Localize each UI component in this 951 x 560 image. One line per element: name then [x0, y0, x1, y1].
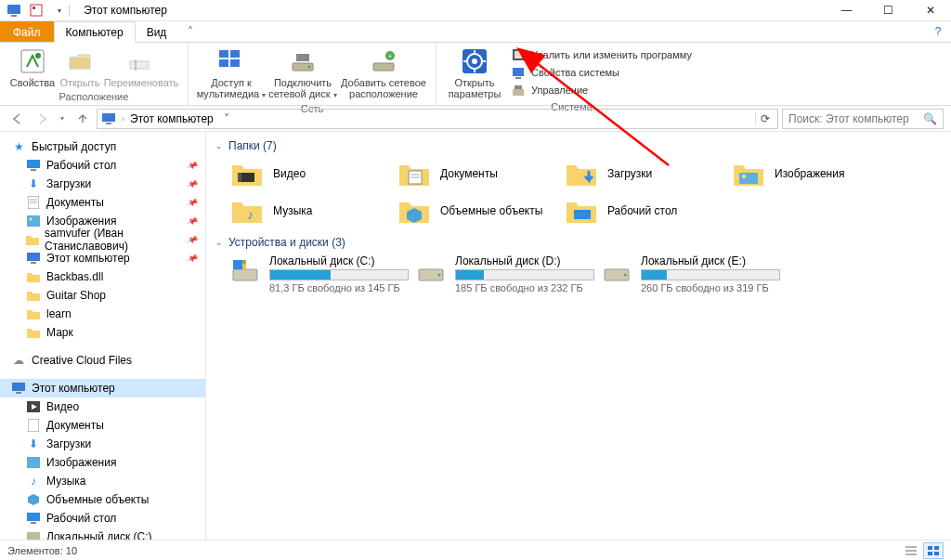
tab-view[interactable]: Вид: [136, 21, 178, 42]
properties-button[interactable]: Свойства: [7, 45, 58, 88]
view-details-button[interactable]: [901, 542, 921, 559]
this-pc-icon: [11, 381, 26, 396]
help-icon[interactable]: ?: [925, 21, 951, 42]
svg-rect-40: [27, 253, 40, 261]
folder-downloads[interactable]: Загрузки: [565, 158, 732, 189]
status-elements-count: Элементов: 10: [7, 545, 77, 556]
sidebar-music[interactable]: ♪Музыка: [0, 472, 205, 490]
drives-section-header[interactable]: ⌄ Устройства и диски (3): [215, 236, 942, 249]
ribbon-group-system: Открыть параметры Удалить или изменить п…: [436, 43, 707, 105]
ribbon-group-network: Доступ к мультимедиа ▾ Подключить сетево…: [189, 43, 436, 105]
folder-documents[interactable]: Документы: [397, 158, 565, 189]
sidebar-guitar[interactable]: Guitar Shop: [0, 286, 205, 305]
sidebar-learn[interactable]: learn: [0, 305, 205, 323]
svg-rect-32: [106, 123, 111, 124]
sidebar-desktop[interactable]: Рабочий стол📌: [0, 156, 205, 175]
sidebar-ccf[interactable]: ☁Creative Cloud Files: [0, 351, 205, 370]
desktop-icon: [26, 158, 41, 173]
open-settings-button[interactable]: Открыть параметры: [444, 45, 505, 99]
sidebar-samvufer[interactable]: samvufer (Иван Станиславович)📌: [0, 230, 205, 249]
svg-point-13: [308, 66, 311, 69]
folder-desktop[interactable]: Рабочий стол: [565, 195, 732, 227]
nav-back-button[interactable]: [7, 109, 28, 129]
system-properties-button[interactable]: Свойства системы: [507, 64, 696, 81]
sidebar-mark[interactable]: Марк: [0, 323, 205, 342]
drive-c-fill: [270, 270, 331, 280]
folder-icon: [26, 232, 39, 247]
qat-dropdown-icon[interactable]: ▾: [55, 7, 64, 15]
pin-icon: 📌: [187, 233, 200, 245]
uninstall-programs-button[interactable]: Удалить или изменить программу: [507, 46, 696, 63]
sidebar-disk-c[interactable]: Локальный диск (C:): [0, 527, 205, 540]
sidebar-this-pc-pin[interactable]: Этот компьютер📌: [0, 249, 205, 267]
drive-e[interactable]: Локальный диск (E:) 260 ГБ свободно из 3…: [602, 254, 788, 293]
this-pc-icon: [26, 251, 41, 266]
sidebar-desktop2[interactable]: Рабочий стол: [0, 509, 205, 527]
open-button: Открыть: [58, 45, 102, 88]
svg-rect-42: [12, 383, 25, 391]
address-dropdown-icon[interactable]: ˅: [219, 112, 234, 125]
maximize-button[interactable]: ☐: [867, 0, 909, 21]
svg-rect-26: [515, 51, 522, 59]
folder-music[interactable]: ♪Музыка: [230, 195, 397, 227]
add-network-location-button[interactable]: + Добавить сетевое расположение: [339, 45, 428, 99]
sidebar-this-pc[interactable]: Этот компьютер: [0, 379, 205, 397]
svg-rect-69: [233, 269, 257, 280]
drive-c[interactable]: Локальный диск (C:) 81,3 ГБ свободно из …: [230, 254, 416, 293]
sidebar-downloads2[interactable]: ⬇Загрузки: [0, 435, 205, 453]
folder-objects3d[interactable]: Объемные объекты: [397, 195, 565, 227]
media-access-button[interactable]: Доступ к мультимедиа ▾: [196, 45, 267, 101]
search-icon[interactable]: 🔍: [923, 112, 937, 125]
folders-section-header[interactable]: ⌄ Папки (7): [215, 139, 942, 152]
svg-rect-38: [27, 215, 40, 227]
sidebar-documents2[interactable]: Документы: [0, 416, 205, 435]
drive-d[interactable]: Локальный диск (D:) 185 ГБ свободно из 2…: [416, 254, 602, 293]
qat-properties-icon[interactable]: [26, 0, 46, 20]
svg-rect-15: [373, 63, 394, 71]
sidebar-downloads[interactable]: ⬇Загрузки📌: [0, 175, 205, 193]
svg-rect-80: [928, 546, 932, 550]
downloads-folder-icon: [565, 158, 598, 189]
svg-marker-48: [28, 494, 39, 505]
map-drive-button[interactable]: Подключить сетевой диск ▾: [267, 45, 339, 101]
nav-forward-button[interactable]: [32, 109, 52, 129]
address-bar[interactable]: › Этот компьютер ˅ ⟳: [97, 109, 778, 129]
uninstall-icon: [511, 47, 526, 62]
sidebar-backbas[interactable]: Backbas.dll: [0, 267, 205, 286]
ribbon-tabs: Файл Компьютер Вид ˄ ?: [0, 21, 951, 43]
svg-rect-6: [130, 61, 149, 69]
nav-history-dropdown[interactable]: ▾: [56, 109, 69, 129]
pin-icon: 📌: [187, 215, 200, 227]
manage-button[interactable]: Управление: [507, 82, 696, 98]
svg-rect-51: [27, 532, 40, 540]
close-button[interactable]: ✕: [909, 0, 951, 21]
tab-computer[interactable]: Компьютер: [54, 21, 136, 43]
svg-rect-64: [739, 173, 758, 184]
svg-point-39: [30, 218, 33, 221]
refresh-button[interactable]: ⟳: [755, 112, 774, 125]
pin-icon: 📌: [187, 252, 200, 264]
tab-file[interactable]: Файл: [0, 21, 54, 42]
chevron-right-icon[interactable]: ›: [122, 114, 124, 124]
sidebar-video[interactable]: Видео: [0, 397, 205, 416]
search-input[interactable]: Поиск: Этот компьютер 🔍: [782, 109, 944, 129]
sidebar-objects3d[interactable]: Объемные объекты: [0, 490, 205, 509]
svg-rect-43: [16, 392, 21, 394]
sidebar-documents[interactable]: Документы📌: [0, 193, 205, 212]
nav-up-button[interactable]: [72, 109, 93, 129]
folder-pictures[interactable]: Изображения: [732, 158, 899, 189]
ribbon: Свойства Открыть Переименовать Расположе…: [0, 43, 951, 106]
sidebar-quick-access[interactable]: ★ Быстрый доступ: [0, 137, 205, 156]
svg-rect-34: [31, 169, 36, 171]
ribbon-collapse-icon[interactable]: ˄: [177, 21, 203, 42]
minimize-button[interactable]: —: [826, 0, 867, 21]
view-icons-button[interactable]: [923, 542, 944, 559]
breadcrumb-this-pc[interactable]: Этот компьютер: [130, 112, 214, 125]
sidebar-pictures2[interactable]: Изображения: [0, 453, 205, 472]
desktop-icon: [26, 511, 41, 526]
svg-text:+: +: [388, 52, 393, 60]
folder-video[interactable]: Видео: [230, 158, 397, 189]
svg-rect-50: [31, 522, 36, 524]
pin-icon: 📌: [187, 177, 200, 189]
svg-rect-0: [7, 5, 20, 14]
